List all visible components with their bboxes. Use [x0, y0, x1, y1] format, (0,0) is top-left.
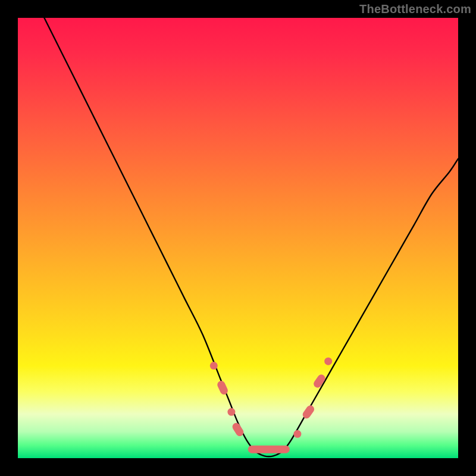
curve-marker-dot [227, 408, 235, 416]
curve-marker-dot [210, 362, 218, 369]
bottleneck-curve [18, 18, 458, 458]
watermark: TheBottleneck.com [359, 2, 471, 16]
curve-marker-dot [293, 430, 301, 438]
plot-area [18, 18, 458, 458]
curve-marker-pill [248, 446, 290, 453]
curve-marker-pill [216, 380, 229, 396]
curve-marker-pill [231, 421, 245, 437]
chart-frame: TheBottleneck.com [0, 0, 476, 476]
curve-marker-dot [324, 358, 332, 365]
